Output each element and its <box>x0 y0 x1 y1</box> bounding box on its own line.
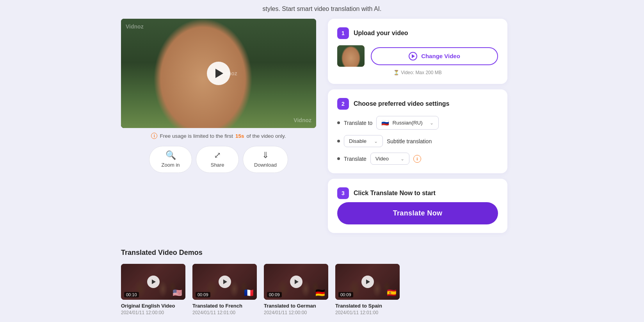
info-icon: i <box>151 133 157 139</box>
zoom-in-button[interactable]: 🔍 Zoom in <box>149 146 192 173</box>
change-video-button[interactable]: Change Video <box>371 47 498 65</box>
main-content: Vidnoz Vidnoz Vidnoz i Free usage is lim… <box>0 19 644 233</box>
zoom-in-label: Zoom in <box>162 162 180 168</box>
demo-play-btn-0[interactable] <box>147 276 160 288</box>
download-icon: ⇓ <box>262 151 269 160</box>
share-label: Share <box>211 162 224 168</box>
watermark-bottom-right: Vidnoz <box>294 117 311 123</box>
step1-header: 1 Upload your video <box>337 27 498 39</box>
translate-to-row: Translate to 🇷🇺 Russian(RU) ⌄ <box>337 116 498 130</box>
demo-card-2[interactable]: 00:09 🇩🇪 Translated to German 2024/01/11… <box>264 264 328 315</box>
translate-mode-label: Translate <box>344 156 366 162</box>
watermark-top-left: Vidnoz <box>126 23 144 30</box>
demo-flag-2: 🇩🇪 <box>315 288 325 297</box>
download-label: Download <box>254 162 277 168</box>
subtitle-row: Disable ⌄ Subtitle translation <box>337 135 498 147</box>
demo-label-1: Translated to French <box>192 303 257 309</box>
free-usage-highlight: 15s <box>235 133 244 139</box>
demo-thumb-1: 00:09 🇫🇷 <box>192 264 257 300</box>
free-usage-suffix: of the video only. <box>247 133 286 139</box>
demo-flag-3: 🇪🇸 <box>387 288 397 297</box>
demos-section: Translated Video Demos 00:10 🇺🇸 Original… <box>0 237 644 322</box>
video-player[interactable]: Vidnoz Vidnoz Vidnoz <box>121 19 316 128</box>
demo-duration-0: 00:10 <box>124 292 139 297</box>
demo-play-btn-1[interactable] <box>219 276 231 288</box>
step1-card: 1 Upload your video Change Video ⏳ Video… <box>328 19 507 84</box>
demo-thumb-0: 00:10 🇺🇸 <box>121 264 185 300</box>
demo-play-btn-3[interactable] <box>361 276 374 288</box>
page-wrapper: styles. Start smart video translation wi… <box>0 0 644 322</box>
step2-badge: 2 <box>337 98 349 110</box>
max-size-note: ⏳ Video: Max 200 MB <box>337 70 498 75</box>
setting-dot-3 <box>337 157 340 160</box>
demo-card-3[interactable]: 00:09 🇪🇸 Translated to Spain 2024/01/11 … <box>335 264 400 315</box>
demo-date-1: 2024/01/11 12:01:00 <box>192 310 257 315</box>
translate-mode-row: Translate Video ⌄ i <box>337 153 498 165</box>
demo-date-3: 2024/01/11 12:01:00 <box>335 310 400 315</box>
step3-title: Click Translate Now to start <box>354 190 436 197</box>
step1-badge: 1 <box>337 27 349 39</box>
video-bg: Vidnoz Vidnoz Vidnoz <box>121 19 316 128</box>
demo-thumb-3: 00:09 🇪🇸 <box>335 264 400 300</box>
language-select[interactable]: 🇷🇺 Russian(RU) ⌄ <box>376 116 439 130</box>
step3-card: 3 Click Translate Now to start Translate… <box>328 179 507 233</box>
free-usage-notice: i Free usage is limited to the first 15s… <box>121 133 316 139</box>
step2-title: Choose preferred video settings <box>354 100 449 107</box>
language-value: Russian(RU) <box>392 120 422 126</box>
free-usage-text: Free usage is limited to the first <box>160 133 233 139</box>
max-size-text: Video: Max 200 MB <box>401 70 442 75</box>
play-circle-icon <box>409 52 417 60</box>
video-section: Vidnoz Vidnoz Vidnoz i Free usage is lim… <box>121 19 316 173</box>
zoom-in-icon: 🔍 <box>165 151 176 160</box>
demo-card-1[interactable]: 00:09 🇫🇷 Translated to French 2024/01/11… <box>192 264 257 315</box>
demo-play-btn-2[interactable] <box>290 276 302 288</box>
clock-icon: ⏳ <box>393 70 399 75</box>
subtitle-option-value: Disable <box>349 138 366 144</box>
language-flag: 🇷🇺 <box>381 119 389 126</box>
mode-chevron-icon: ⌄ <box>400 156 404 162</box>
upload-row: Change Video <box>337 45 498 67</box>
settings-panel: 1 Upload your video Change Video ⏳ Video… <box>328 19 507 233</box>
demo-thumb-2: 00:09 🇩🇪 <box>264 264 328 300</box>
translate-to-label: Translate to <box>344 120 372 126</box>
translate-now-button[interactable]: Translate Now <box>337 202 498 224</box>
demo-label-3: Translated to Spain <box>335 303 400 309</box>
demo-duration-1: 00:09 <box>196 292 210 297</box>
demo-flag-0: 🇺🇸 <box>173 288 182 297</box>
demo-duration-2: 00:09 <box>267 292 282 297</box>
demo-label-2: Translated to German <box>264 303 328 309</box>
change-video-label: Change Video <box>421 53 460 59</box>
translate-mode-value: Video <box>375 156 389 162</box>
step3-badge: 3 <box>337 187 349 199</box>
share-button[interactable]: ⤢ Share <box>196 146 239 173</box>
setting-dot-1 <box>337 121 340 124</box>
video-play-button[interactable] <box>207 62 230 85</box>
translate-mode-select[interactable]: Video ⌄ <box>370 153 409 165</box>
demo-flag-1: 🇫🇷 <box>244 288 254 297</box>
top-tagline: styles. Start smart video translation wi… <box>0 0 644 16</box>
subtitle-chevron-icon: ⌄ <box>374 139 378 144</box>
step3-header: 3 Click Translate Now to start <box>337 187 498 199</box>
demo-card-0[interactable]: 00:10 🇺🇸 Original English Video 2024/01/… <box>121 264 185 315</box>
subtitle-label: Subtitle translation <box>387 138 432 144</box>
download-button[interactable]: ⇓ Download <box>243 146 288 173</box>
thumb-face <box>337 45 365 67</box>
video-thumbnail <box>337 45 365 67</box>
share-icon: ⤢ <box>214 151 221 160</box>
demos-title: Translated Video Demos <box>121 249 523 257</box>
subtitle-select[interactable]: Disable ⌄ <box>344 135 383 147</box>
demo-date-2: 2024/01/11 12:00:00 <box>264 310 328 315</box>
step2-card: 2 Choose preferred video settings Transl… <box>328 89 507 173</box>
demo-date-0: 2024/01/11 12:00:00 <box>121 310 185 315</box>
demo-duration-3: 00:09 <box>338 292 353 297</box>
demos-grid: 00:10 🇺🇸 Original English Video 2024/01/… <box>121 264 523 315</box>
chevron-down-icon: ⌄ <box>430 120 434 126</box>
setting-dot-2 <box>337 140 340 142</box>
video-actions: 🔍 Zoom in ⤢ Share ⇓ Download <box>121 146 316 173</box>
translate-info-icon[interactable]: i <box>413 155 421 163</box>
step2-header: 2 Choose preferred video settings <box>337 98 498 110</box>
step1-title: Upload your video <box>354 30 408 37</box>
demo-label-0: Original English Video <box>121 303 185 309</box>
